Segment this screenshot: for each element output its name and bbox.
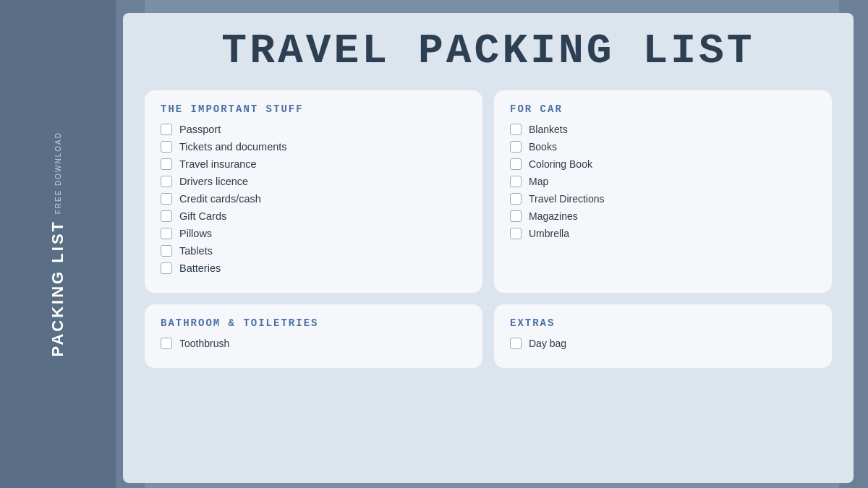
item-label: Tablets	[179, 245, 213, 257]
item-label: Magazines	[529, 210, 578, 222]
checkbox[interactable]	[510, 338, 522, 349]
item-label: Travel insurance	[179, 158, 257, 170]
section-important: THE IMPORTANT STUFFPassportTickets and d…	[145, 90, 482, 293]
item-label: Tickets and documents	[179, 141, 287, 153]
checkbox[interactable]	[161, 228, 172, 239]
main-card: TRAVEL PACKING LIST THE IMPORTANT STUFFP…	[123, 13, 854, 483]
checkbox[interactable]	[161, 338, 172, 349]
sidebar-free-download-label: FREE DOWNLOAD	[54, 132, 62, 214]
item-label: Drivers licence	[179, 176, 248, 187]
section-title-bathroom: BATHROOM & TOILETRIES	[161, 317, 467, 329]
checklist-item[interactable]: Map	[510, 176, 816, 187]
section-title-car: FOR CAR	[510, 103, 816, 115]
checklist-item[interactable]: Batteries	[161, 262, 467, 274]
item-label: Books	[529, 141, 557, 153]
checklist-item[interactable]: Tablets	[161, 245, 467, 257]
item-label: Pillows	[179, 228, 212, 239]
checklist-item[interactable]: Tickets and documents	[161, 141, 467, 153]
checklist-item[interactable]: Travel insurance	[161, 158, 467, 170]
sidebar-packing-list-label: PACKING LIST	[48, 220, 67, 357]
checklist-item[interactable]: Passport	[161, 124, 467, 135]
item-label: Passport	[179, 124, 221, 135]
checkbox[interactable]	[161, 158, 172, 170]
item-label: Coloring Book	[529, 158, 592, 170]
item-label: Day bag	[529, 338, 566, 349]
checklist-item[interactable]: Day bag	[510, 338, 816, 349]
checkbox[interactable]	[510, 176, 522, 187]
checkbox[interactable]	[510, 141, 522, 153]
checklist-item[interactable]: Books	[510, 141, 816, 153]
item-label: Credit cards/cash	[179, 193, 261, 205]
item-label: Travel Directions	[529, 193, 605, 205]
checklist-item[interactable]: Magazines	[510, 210, 816, 222]
checklist-item[interactable]: Drivers licence	[161, 176, 467, 187]
checklist-item[interactable]: Credit cards/cash	[161, 193, 467, 205]
sections-grid: THE IMPORTANT STUFFPassportTickets and d…	[145, 90, 832, 368]
item-label: Umbrella	[529, 228, 569, 239]
item-label: Blankets	[529, 124, 568, 135]
item-label: Gift Cards	[179, 210, 226, 222]
page-title: TRAVEL PACKING LIST	[145, 27, 832, 74]
section-title-extras: EXTRAS	[510, 317, 816, 329]
checklist-item[interactable]: Toothbrush	[161, 338, 467, 349]
item-label: Toothbrush	[179, 338, 229, 349]
item-label: Batteries	[179, 262, 221, 274]
checkbox[interactable]	[510, 193, 522, 205]
checkbox[interactable]	[161, 245, 172, 257]
section-title-important: THE IMPORTANT STUFF	[161, 103, 467, 115]
checklist-item[interactable]: Umbrella	[510, 228, 816, 239]
section-car: FOR CARBlanketsBooksColoring BookMapTrav…	[494, 90, 832, 293]
checkbox[interactable]	[161, 176, 172, 187]
checkbox[interactable]	[510, 210, 522, 222]
checklist-item[interactable]: Travel Directions	[510, 193, 816, 205]
checkbox[interactable]	[161, 262, 172, 274]
checklist-item[interactable]: Pillows	[161, 228, 467, 239]
item-label: Map	[529, 176, 548, 187]
checkbox[interactable]	[510, 124, 522, 135]
checklist-item[interactable]: Coloring Book	[510, 158, 816, 170]
sidebar: FREE DOWNLOAD PACKING LIST	[0, 0, 116, 488]
checkbox[interactable]	[510, 158, 522, 170]
checkbox[interactable]	[161, 141, 172, 153]
checkbox[interactable]	[510, 228, 522, 239]
checkbox[interactable]	[161, 210, 172, 222]
section-bathroom: BATHROOM & TOILETRIESToothbrush	[145, 304, 482, 368]
section-extras: EXTRASDay bag	[494, 304, 832, 368]
checkbox[interactable]	[161, 193, 172, 205]
checklist-item[interactable]: Gift Cards	[161, 210, 467, 222]
checklist-item[interactable]: Blankets	[510, 124, 816, 135]
checkbox[interactable]	[161, 124, 172, 135]
